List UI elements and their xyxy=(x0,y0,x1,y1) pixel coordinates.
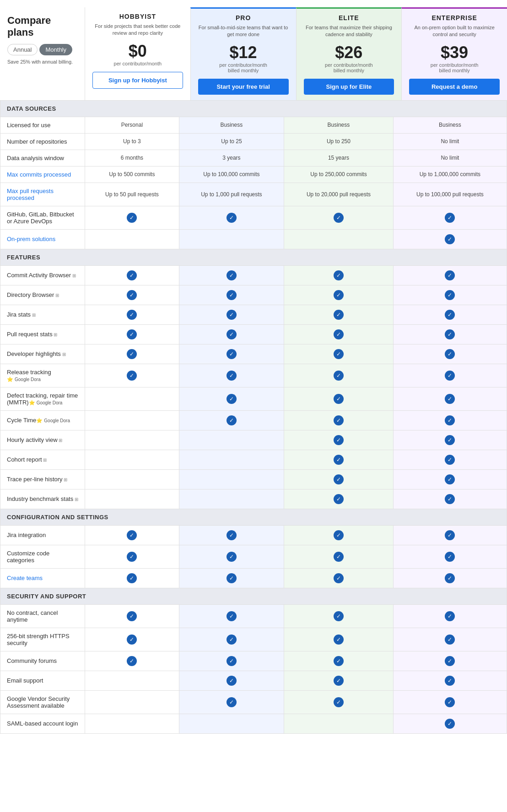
value-cell-1-9-1 xyxy=(179,450,284,469)
feature-cell-1-2: Jira stats ⊞ xyxy=(0,305,85,324)
check-icon: ✓ xyxy=(227,349,237,359)
value-cell-0-1-1: Up to 25 xyxy=(179,133,284,150)
google-dora-badge: ⭐Google Dora xyxy=(36,418,70,424)
check-icon: ✓ xyxy=(334,494,344,504)
external-icon: ⊞ xyxy=(31,312,36,317)
check-icon: ✓ xyxy=(334,394,344,404)
feature-label-0-1: Number of repositories xyxy=(7,138,67,145)
feature-label-1-7: Cycle Time xyxy=(7,417,36,424)
plan-col-pro: PRO For small-to-mid-size teams that wan… xyxy=(190,7,296,100)
feature-cell-3-5: SAML-based account login xyxy=(0,714,85,733)
check-icon: ✓ xyxy=(334,474,344,484)
feature-cell-3-4: Google Vendor Security Assessment availa… xyxy=(0,690,85,714)
monthly-toggle[interactable]: Monthly xyxy=(39,44,72,55)
section-title-2: CONFIGURATION AND SETTINGS xyxy=(0,509,507,525)
value-cell-0-4-2: Up to 20,000 pull requests xyxy=(284,183,394,206)
value-cell-3-1-1: ✓ xyxy=(179,628,284,651)
value-cell-0-1-3: No limit xyxy=(393,133,507,150)
table-row: Licensed for usePersonalBusinessBusiness… xyxy=(0,117,507,133)
billing-toggle: Annual Monthly xyxy=(7,44,77,55)
check-icon: ✓ xyxy=(445,676,455,686)
check-icon: ✓ xyxy=(445,474,455,484)
value-cell-0-0-0: Personal xyxy=(85,117,179,133)
feature-link-0-6[interactable]: On-prem solutions xyxy=(7,236,55,242)
section-header-3: SECURITY AND SUPPORT xyxy=(0,588,507,604)
table-row: Customize code categories✓✓✓✓ xyxy=(0,545,507,568)
check-icon: ✓ xyxy=(227,611,237,621)
check-icon: ✓ xyxy=(334,371,344,381)
plan-price-elite: $26 xyxy=(304,43,394,62)
check-icon: ✓ xyxy=(334,573,344,583)
feature-label-3-2: Community forums xyxy=(7,657,57,664)
feature-label-2-1: Customize code categories xyxy=(7,550,49,564)
check-icon: ✓ xyxy=(127,290,137,300)
check-icon: ✓ xyxy=(334,697,344,707)
table-row: Jira integration✓✓✓✓ xyxy=(0,525,507,545)
check-icon: ✓ xyxy=(334,349,344,359)
value-cell-2-1-3: ✓ xyxy=(393,545,507,568)
annual-toggle[interactable]: Annual xyxy=(7,44,38,55)
page-wrapper: Compare plans Annual Monthly Save 25% wi… xyxy=(0,0,507,734)
check-icon: ✓ xyxy=(445,552,455,562)
value-cell-2-1-2: ✓ xyxy=(284,545,394,568)
check-icon: ✓ xyxy=(127,349,137,359)
value-cell-1-1-0: ✓ xyxy=(85,285,179,305)
check-icon: ✓ xyxy=(227,329,237,339)
feature-label-1-9: Cohort report xyxy=(7,456,42,463)
check-icon: ✓ xyxy=(445,213,455,223)
value-cell-3-2-3: ✓ xyxy=(393,651,507,671)
value-cell-1-4-0: ✓ xyxy=(85,344,179,364)
feature-label-0-2: Data analysis window xyxy=(7,155,64,161)
hobbyist-cta-button[interactable]: Sign up for Hobbyist xyxy=(92,72,183,89)
check-icon: ✓ xyxy=(445,234,455,244)
value-cell-1-8-0 xyxy=(85,430,179,450)
check-icon: ✓ xyxy=(445,635,455,645)
value-cell-1-0-2: ✓ xyxy=(284,265,394,285)
check-icon: ✓ xyxy=(227,656,237,666)
value-cell-0-6-0 xyxy=(85,229,179,249)
table-row: Community forums✓✓✓✓ xyxy=(0,651,507,671)
value-cell-1-7-0 xyxy=(85,410,179,430)
value-cell-3-0-1: ✓ xyxy=(179,604,284,628)
table-row: Cycle Time ⭐Google Dora✓✓✓ xyxy=(0,410,507,430)
plan-price-note-enterprise: per contributor/month billed monthly xyxy=(409,62,500,73)
value-cell-0-3-1: Up to 100,000 commits xyxy=(179,166,284,183)
feature-cell-0-1: Number of repositories xyxy=(0,133,85,150)
plan-name-elite: ELITE xyxy=(304,14,394,22)
feature-cell-1-9: Cohort report ⊞ xyxy=(0,450,85,469)
table-row: On-prem solutions✓ xyxy=(0,229,507,249)
feature-label-3-3: Email support xyxy=(7,677,43,684)
check-icon: ✓ xyxy=(127,310,137,320)
value-cell-3-5-2 xyxy=(284,714,394,733)
plan-col-enterprise: ENTERPRISE An on-prem option built to ma… xyxy=(401,7,507,100)
check-icon: ✓ xyxy=(445,415,455,425)
pro-cta-button[interactable]: Start your free trial xyxy=(198,79,289,95)
feature-cell-0-6: On-prem solutions xyxy=(0,229,85,249)
value-cell-1-5-1: ✓ xyxy=(179,364,284,387)
check-icon: ✓ xyxy=(445,573,455,583)
google-dora-badge: ⭐Google Dora xyxy=(29,400,63,406)
elite-cta-button[interactable]: Sign up for Elite xyxy=(304,79,394,95)
feature-link-0-4[interactable]: Max pull requests processed xyxy=(7,188,54,201)
value-cell-0-5-0: ✓ xyxy=(85,206,179,229)
external-icon: ⊞ xyxy=(58,438,63,443)
value-cell-3-4-3: ✓ xyxy=(393,690,507,714)
feature-link-2-2[interactable]: Create teams xyxy=(7,575,43,581)
feature-cell-1-10: Trace per-line history ⊞ xyxy=(0,469,85,489)
feature-cell-1-11: Industry benchmark stats ⊞ xyxy=(0,489,85,509)
feature-link-0-3[interactable]: Max commits processed xyxy=(7,171,71,178)
check-icon: ✓ xyxy=(334,310,344,320)
value-cell-0-5-2: ✓ xyxy=(284,206,394,229)
star-icon: ⭐ xyxy=(7,376,13,382)
check-icon: ✓ xyxy=(334,329,344,339)
table-row: Pull request stats ⊞✓✓✓✓ xyxy=(0,324,507,344)
check-icon: ✓ xyxy=(227,676,237,686)
section-header-1: FEATURES xyxy=(0,249,507,265)
value-cell-0-6-1 xyxy=(179,229,284,249)
enterprise-cta-button[interactable]: Request a demo xyxy=(409,79,500,95)
value-cell-0-2-3: No limit xyxy=(393,150,507,166)
feature-label-1-5: Release tracking xyxy=(7,369,51,376)
external-icon: ⊞ xyxy=(42,457,47,462)
plan-price-note-hobbyist: per contributor/month xyxy=(92,61,183,66)
check-icon: ✓ xyxy=(127,635,137,645)
